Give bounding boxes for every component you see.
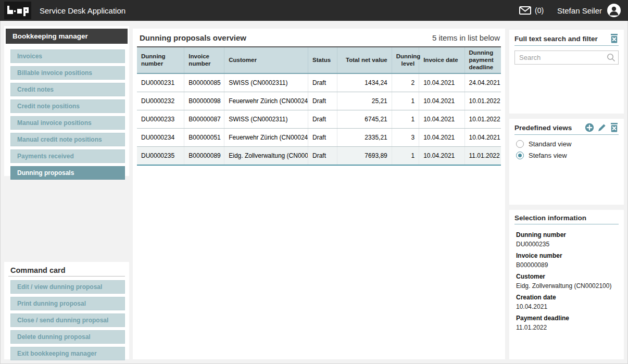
cell-dunning-number: DU0000231	[137, 73, 184, 92]
add-view-icon[interactable]	[585, 123, 594, 132]
divider	[8, 276, 125, 277]
cell-total-net-value: 2335,21	[337, 129, 392, 147]
cell-customer: SWISS (CN0002311)	[224, 110, 308, 129]
cell-dunning-level: 3	[392, 129, 419, 147]
cell-dunning-number: DU0000235	[137, 147, 184, 166]
column-header-dunning-level: Dunning level	[392, 47, 419, 73]
sidebar-item-manual-invoice-positions[interactable]: Manual invoice positions	[10, 116, 125, 130]
cell-status: Draft	[308, 92, 337, 110]
table-header-row: Dunning number Invoice number Customer S…	[137, 47, 501, 73]
sidebar-item-dunning-proposals[interactable]: Dunning proposals	[10, 166, 125, 180]
field-label-creation-date: Creation date	[516, 290, 618, 301]
column-header-customer: Customer	[224, 47, 308, 73]
items-count-label: 5 items in list below	[432, 33, 500, 42]
sidebar-item-manual-credit-note-positions[interactable]: Manual credit note positions	[10, 133, 125, 146]
table-row[interactable]: DU0000234 B00000051 Feuerwehr Zürich (CN…	[137, 129, 501, 147]
cell-customer: Feuerwehr Zürich (CN0002433)	[224, 92, 308, 110]
cell-invoice-number: B00000089	[184, 147, 224, 166]
cell-status: Draft	[308, 110, 337, 129]
mail-icon[interactable]	[519, 6, 531, 15]
edit-view-pencil-icon[interactable]	[597, 123, 607, 132]
cell-dunning-level: 1	[392, 110, 419, 129]
page-title: Dunning proposals overview	[140, 33, 246, 42]
radio-standard-view[interactable]	[516, 140, 524, 148]
cell-dunning-payment-deadline: 10.01.2022	[464, 92, 501, 110]
close-send-dunning-proposal-button[interactable]: Close / send dunning proposal	[10, 313, 125, 327]
predefined-views-title: Predefined views	[514, 124, 572, 132]
predefined-views-panel: Predefined views	[509, 119, 624, 205]
search-panel-title: Full text search and filter	[514, 35, 598, 43]
cell-invoice-number: B00000098	[184, 92, 224, 110]
radio-stefans-view[interactable]	[516, 152, 524, 159]
cell-dunning-level: 1	[392, 147, 419, 166]
clear-filter-icon[interactable]	[610, 34, 619, 43]
table-row-selected[interactable]: DU0000235 B00000089 Eidg. Zollverwaltung…	[137, 147, 501, 166]
field-value-invoice-number: B00000089	[516, 259, 618, 269]
cell-dunning-payment-deadline: 11.01.2022	[464, 147, 501, 166]
search-icon	[607, 53, 616, 64]
cell-status: Draft	[308, 147, 337, 166]
app-logo-icon	[6, 4, 29, 17]
cell-invoice-date: 10.04.2021	[419, 147, 464, 166]
cell-customer: Feuerwehr Zürich (CN0002433)	[224, 129, 308, 147]
column-header-dunning-payment-deadline: Dunning payment deadline	[464, 47, 501, 73]
bookkeeping-sidebar: Bookkeeping manager Invoices Billable in…	[4, 26, 129, 176]
cell-customer: Eidg. Zollverwaltung (CN0002100)	[224, 147, 308, 166]
dunning-proposals-table: Dunning number Invoice number Customer S…	[137, 46, 501, 166]
search-input[interactable]	[514, 51, 619, 65]
cell-dunning-level: 2	[392, 73, 419, 92]
exit-bookkeeping-manager-button[interactable]: Exit bookkeeping manager	[10, 347, 125, 360]
mail-count: (0)	[535, 6, 544, 15]
command-card-title: Command card	[4, 262, 129, 274]
sidebar-item-credit-notes[interactable]: Credit notes	[10, 83, 125, 96]
field-label-payment-deadline: Payment deadline	[516, 310, 618, 322]
view-option-standard[interactable]: Standard view	[509, 136, 624, 148]
column-header-invoice-number: Invoice number	[184, 47, 224, 73]
cell-total-net-value: 1434,24	[337, 73, 392, 92]
table-row[interactable]: DU0000232 B00000098 Feuerwehr Zürich (CN…	[137, 92, 501, 110]
cell-dunning-payment-deadline: 24.04.2021	[464, 73, 501, 92]
cell-invoice-date: 10.04.2021	[419, 110, 464, 129]
delete-dunning-proposal-button[interactable]: Delete dunning proposal	[10, 330, 125, 344]
cell-total-net-value: 6745,21	[337, 110, 392, 129]
cell-dunning-number: DU0000234	[137, 129, 184, 147]
dunning-proposals-panel: Dunning proposals overview 5 items in li…	[133, 29, 505, 359]
app-title: Service Desk Application	[40, 6, 125, 15]
field-value-payment-deadline: 11.01.2022	[516, 322, 618, 331]
cell-invoice-number: B00000085	[184, 73, 224, 92]
sidebar-item-payments-received[interactable]: Payments received	[10, 149, 125, 163]
selection-information-panel: Selection information Dunning number DU0…	[509, 210, 624, 359]
top-bar: Service Desk Application (0) Stefan Seil…	[0, 0, 628, 21]
field-value-customer: Eidg. Zollverwaltung (CN0002100)	[516, 280, 618, 290]
print-dunning-proposal-button[interactable]: Print dunning proposal	[10, 297, 125, 310]
cell-dunning-payment-deadline: 10.04.2021	[464, 129, 501, 147]
cell-dunning-number: DU0000233	[137, 110, 184, 129]
sidebar-header: Bookkeeping manager	[6, 29, 128, 44]
cell-invoice-date: 10.04.2021	[419, 73, 464, 92]
view-option-stefans[interactable]: Stefans view	[509, 148, 624, 159]
cell-status: Draft	[308, 129, 337, 147]
column-header-invoice-date: Invoice date	[419, 47, 464, 73]
sidebar-item-billable-invoice-positions[interactable]: Billable invoice positions	[10, 66, 125, 80]
cell-invoice-number: B00000087	[184, 110, 224, 129]
user-name: Stefan Seiler	[557, 6, 602, 15]
field-value-creation-date: 10.04.2021	[516, 301, 618, 310]
command-card: Command card Edit / view dunning proposa…	[4, 262, 129, 359]
sidebar-item-credit-note-positions[interactable]: Credit note positions	[10, 99, 125, 113]
cell-dunning-payment-deadline: 10.01.2022	[464, 110, 501, 129]
full-text-search-panel: Full text search and filter	[509, 30, 624, 114]
selection-info-title: Selection information	[514, 214, 586, 222]
table-row[interactable]: DU0000233 B00000087 SWISS (CN0002311) Dr…	[137, 110, 501, 129]
table-row[interactable]: DU0000231 B00000085 SWISS (CN0002311) Dr…	[137, 73, 501, 92]
user-avatar-icon[interactable]	[607, 4, 621, 17]
cell-customer: SWISS (CN0002311)	[224, 73, 308, 92]
divider	[514, 45, 619, 46]
edit-view-dunning-proposal-button[interactable]: Edit / view dunning proposal	[10, 280, 125, 294]
field-label-invoice-number: Invoice number	[516, 248, 618, 259]
cell-status: Draft	[308, 73, 337, 92]
cell-total-net-value: 7693,89	[337, 147, 392, 166]
column-header-status: Status	[308, 47, 337, 73]
field-label-dunning-number: Dunning number	[516, 231, 618, 239]
sidebar-item-invoices[interactable]: Invoices	[10, 49, 125, 63]
delete-view-icon[interactable]	[610, 123, 619, 132]
